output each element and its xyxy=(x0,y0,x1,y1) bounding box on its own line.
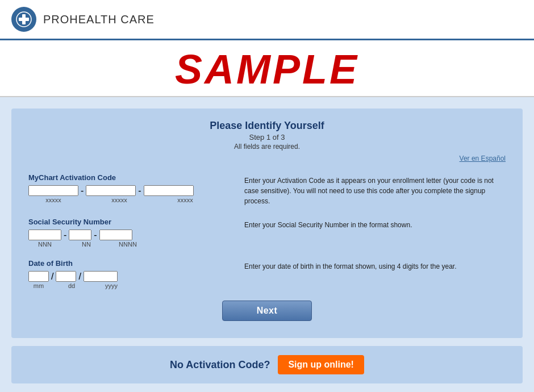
activation-code-field-3[interactable] xyxy=(144,185,194,196)
dob-separator-1: / xyxy=(51,272,53,282)
ssn-field-3[interactable] xyxy=(99,230,132,240)
bottom-card: No Activation Code? Sign up online! xyxy=(11,346,523,383)
header: ProHealth Care xyxy=(0,0,534,40)
svg-rect-2 xyxy=(19,18,29,21)
activation-code-inputs: - - xxxxx xxxxx xxxxx xyxy=(28,185,233,203)
sample-watermark: SAMPLE xyxy=(0,46,534,93)
activation-code-hints: xxxxx xxxxx xxxxx xyxy=(28,197,233,203)
ssn-label: Social Security Number xyxy=(28,218,233,226)
dob-help: Enter your date of birth in the format s… xyxy=(244,259,506,272)
dob-inputs: / / mm dd yyyy xyxy=(28,271,233,289)
next-button[interactable]: Next xyxy=(222,301,312,321)
dob-hint-3: yyyy xyxy=(94,282,128,289)
dob-day-field[interactable] xyxy=(56,271,76,282)
activation-separator-2: - xyxy=(138,186,141,196)
ssn-inputs: - - NNN NN NNNN xyxy=(28,230,233,248)
logo-icon xyxy=(11,7,36,32)
activation-hint-2: xxxxx xyxy=(94,197,144,203)
ssn-hint-2: NN xyxy=(75,241,98,248)
ssn-field-1[interactable] xyxy=(28,230,61,240)
activation-hint-3: xxxxx xyxy=(160,197,210,203)
dob-left: Date of Birth / / mm dd yyyy xyxy=(28,259,244,289)
signup-button[interactable]: Sign up online! xyxy=(278,355,364,374)
activation-code-help: Enter your Activation Code as it appears… xyxy=(244,173,506,206)
dob-hints: mm dd yyyy xyxy=(28,282,233,289)
no-activation-code-text: No Activation Code? xyxy=(170,359,270,371)
activation-code-field-1[interactable] xyxy=(28,185,78,196)
activation-code-left: MyChart Activation Code - - xxxxx xxxxx xyxy=(28,173,244,203)
next-button-row: Next xyxy=(28,301,506,321)
ssn-hints: NNN NN NNNN xyxy=(28,241,233,248)
activation-separator-1: - xyxy=(81,186,84,196)
dob-label: Date of Birth xyxy=(28,259,233,268)
main-content: Please Identify Yourself Step 1 of 3 All… xyxy=(0,97,534,392)
activation-code-inputs-line: - - xyxy=(28,185,233,196)
activation-code-field-2[interactable] xyxy=(86,185,136,196)
form-step: Step 1 of 3 xyxy=(28,133,506,141)
form-required-note: All fields are required. xyxy=(28,143,506,151)
ssn-separator-1: - xyxy=(64,230,66,240)
dob-separator-2: / xyxy=(78,272,81,282)
ssn-hint-1: NNN xyxy=(28,241,61,248)
activation-code-label: MyChart Activation Code xyxy=(28,173,233,182)
form-card: Please Identify Yourself Step 1 of 3 All… xyxy=(11,109,523,338)
dob-hint-1: mm xyxy=(28,282,49,289)
brand-name: ProHealth Care xyxy=(43,13,155,26)
form-title: Please Identify Yourself xyxy=(28,120,506,132)
ssn-help: Enter your Social Security Number in the… xyxy=(244,218,506,230)
dob-hint-2: dd xyxy=(61,282,82,289)
activation-code-row: MyChart Activation Code - - xxxxx xxxxx xyxy=(28,173,506,206)
sample-banner: SAMPLE xyxy=(0,40,534,97)
ssn-row: Social Security Number - - NNN NN xyxy=(28,218,506,248)
ssn-separator-2: - xyxy=(94,230,97,240)
dob-row: Date of Birth / / mm dd yyyy xyxy=(28,259,506,289)
dob-inputs-line: / / xyxy=(28,271,233,282)
ssn-inputs-line: - - xyxy=(28,230,233,240)
ssn-field-2[interactable] xyxy=(69,230,91,240)
activation-hint-1: xxxxx xyxy=(28,197,78,203)
dob-year-field[interactable] xyxy=(84,271,118,282)
ssn-hint-3: NNNN xyxy=(111,241,144,248)
language-link[interactable]: Ver en Español xyxy=(460,155,506,162)
dob-month-field[interactable] xyxy=(28,271,49,282)
ssn-left: Social Security Number - - NNN NN xyxy=(28,218,244,248)
